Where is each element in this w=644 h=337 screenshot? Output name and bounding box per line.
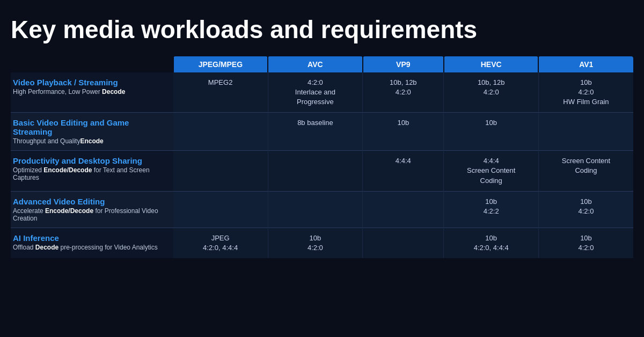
- cell-value: 10b: [449, 118, 533, 128]
- cell-vp9: 10b: [363, 113, 444, 151]
- table-row: Basic Video Editing and Game Streaming T…: [11, 113, 633, 151]
- cell-hevc: 4:4:4 Screen Content Coding: [444, 151, 539, 192]
- cell-hevc: 10b, 12b 4:2:0: [444, 72, 539, 113]
- cell-jpeg: JPEG 4:2:0, 4:4:4: [173, 228, 268, 258]
- workloads-table: JPEG/MPEG AVC VP9 HEVC AV1 Video Playbac…: [11, 56, 633, 259]
- cell-av1: 10b 4:2:0: [538, 191, 633, 228]
- cell-value: MPEG2: [179, 78, 262, 87]
- cell-hevc: 10b: [444, 113, 539, 151]
- cell-avc: 8b baseline: [268, 113, 363, 151]
- cell-vp9: 10b, 12b 4:2:0: [363, 72, 444, 113]
- cell-value: 10b: [368, 118, 438, 128]
- cell-value: 4:2:0 Interlace and Progressive: [274, 78, 357, 107]
- col-header-jpeg: JPEG/MPEG: [173, 56, 268, 72]
- cell-value: 10b 4:2:0 HW Film Grain: [544, 78, 628, 107]
- col-header-label: [11, 56, 173, 72]
- cell-vp9: [363, 191, 444, 228]
- cell-value: 8b baseline: [274, 118, 357, 128]
- row-label-cell: Productivity and Desktop SharingOptimize…: [11, 151, 173, 192]
- cell-vp9: [363, 228, 444, 258]
- cell-av1: [538, 113, 633, 151]
- row-label-cell: Basic Video Editing and Game Streaming T…: [11, 113, 173, 151]
- cell-jpeg: [173, 151, 268, 192]
- col-header-vp9: VP9: [363, 56, 444, 72]
- row-title: Basic Video Editing and Game Streaming: [13, 118, 168, 136]
- cell-value: 4:4:4 Screen Content Coding: [449, 156, 533, 186]
- cell-value: Screen Content Coding: [544, 156, 628, 175]
- row-title: Advanced Video Editing: [13, 197, 168, 206]
- row-subtitle: High Performance, Low Power Decode: [13, 88, 168, 96]
- row-subtitle: Optimized Encode/Decode for Text and Scr…: [13, 166, 168, 181]
- cell-av1: 10b 4:2:0: [538, 228, 633, 258]
- row-title: Productivity and Desktop Sharing: [13, 156, 168, 165]
- col-header-hevc: HEVC: [444, 56, 539, 72]
- cell-jpeg: [173, 113, 268, 151]
- page-container: Key media workloads and requirements JPE…: [0, 0, 644, 337]
- row-label-cell: Video Playback / StreamingHigh Performan…: [11, 72, 173, 113]
- cell-av1: Screen Content Coding: [538, 151, 633, 192]
- col-header-avc: AVC: [268, 56, 363, 72]
- table-wrapper: JPEG/MPEG AVC VP9 HEVC AV1 Video Playbac…: [11, 56, 633, 326]
- cell-value: 10b 4:2:0: [544, 233, 628, 253]
- cell-value: 10b, 12b 4:2:0: [449, 78, 533, 97]
- col-header-av1: AV1: [538, 56, 633, 72]
- cell-avc: [268, 151, 363, 192]
- table-row: AI InferenceOffload Decode pre-processin…: [11, 228, 633, 258]
- row-label-cell: Advanced Video EditingAccelerate Encode/…: [11, 191, 173, 228]
- row-subtitle: Accelerate Encode/Decode for Professiona…: [13, 207, 168, 222]
- cell-hevc: 10b 4:2:0, 4:4:4: [444, 228, 539, 258]
- table-row: Advanced Video EditingAccelerate Encode/…: [11, 191, 633, 228]
- cell-value: 10b 4:2:0, 4:4:4: [449, 233, 533, 253]
- cell-avc: 10b 4:2:0: [268, 228, 363, 258]
- cell-jpeg: MPEG2: [173, 72, 268, 113]
- row-label-cell: AI InferenceOffload Decode pre-processin…: [11, 228, 173, 258]
- table-row: Video Playback / StreamingHigh Performan…: [11, 72, 633, 113]
- page-title: Key media workloads and requirements: [11, 16, 633, 43]
- cell-value: 4:4:4: [368, 156, 438, 166]
- row-subtitle: Offload Decode pre-processing for Video …: [13, 244, 168, 251]
- header-row: JPEG/MPEG AVC VP9 HEVC AV1: [11, 56, 633, 72]
- cell-value: 10b 4:2:2: [449, 197, 533, 216]
- row-subtitle: Throughput and QualityEncode: [13, 137, 168, 145]
- cell-value: 10b 4:2:0: [274, 233, 357, 253]
- cell-value: 10b, 12b 4:2:0: [368, 78, 438, 97]
- cell-hevc: 10b 4:2:2: [444, 191, 539, 228]
- row-title: Video Playback / Streaming: [13, 78, 168, 87]
- cell-jpeg: [173, 191, 268, 228]
- row-title: AI Inference: [13, 233, 168, 243]
- table-row: Productivity and Desktop SharingOptimize…: [11, 151, 633, 192]
- cell-av1: 10b 4:2:0 HW Film Grain: [538, 72, 633, 113]
- cell-value: JPEG 4:2:0, 4:4:4: [179, 233, 262, 253]
- cell-vp9: 4:4:4: [363, 151, 444, 192]
- cell-avc: 4:2:0 Interlace and Progressive: [268, 72, 363, 113]
- cell-value: 10b 4:2:0: [544, 197, 628, 216]
- cell-avc: [268, 191, 363, 228]
